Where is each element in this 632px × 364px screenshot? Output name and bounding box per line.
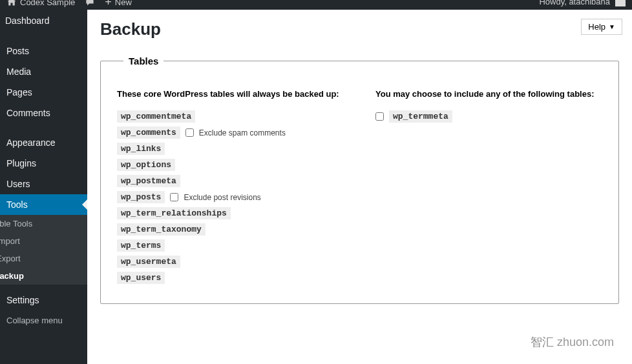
avatar[interactable] (615, 0, 626, 6)
help-button[interactable]: Help ▼ (581, 19, 622, 35)
table-name: wp_comments (117, 126, 180, 139)
core-tables-heading: These core WordPress tables will always … (117, 89, 356, 99)
howdy-text[interactable]: Howdy, atachibana (539, 0, 610, 6)
site-name: Codex Sample (20, 0, 75, 7)
admin-sidebar: Dashboard Posts Media Pages Comments App… (0, 10, 87, 364)
table-row: wp_usermeta (117, 256, 356, 268)
sidebar-sub-backup[interactable]: Backup (0, 267, 87, 285)
help-label: Help (588, 22, 606, 32)
table-name: wp_users (117, 272, 165, 284)
table-name: wp_term_relationships (117, 207, 231, 219)
sidebar-item-dashboard[interactable]: Dashboard (0, 10, 87, 32)
table-row: wp_users (117, 272, 356, 284)
exclude-revisions-label: Exclude post revisions (184, 193, 260, 202)
sidebar-item-media[interactable]: Media (0, 61, 87, 82)
table-name: wp_posts (117, 191, 165, 203)
table-row: wp_commentmeta (117, 110, 356, 123)
page-title: Backup (100, 19, 619, 39)
table-row: wp_terms (117, 239, 356, 252)
comments-link[interactable] (85, 0, 95, 7)
fieldset-legend: Tables (123, 56, 163, 66)
sidebar-item-users[interactable]: Users (0, 174, 87, 194)
sidebar-item-pages[interactable]: Pages (0, 82, 87, 103)
tables-fieldset: Tables These core WordPress tables will … (100, 56, 619, 304)
chevron-down-icon: ▼ (609, 23, 615, 30)
main-content: Help ▼ Backup Tables These core WordPres… (87, 10, 632, 364)
exclude-revisions-checkbox[interactable] (170, 193, 178, 201)
sidebar-sub-import[interactable]: Import (0, 232, 87, 250)
collapse-menu[interactable]: Collapse menu (0, 310, 87, 330)
watermark: 智汇 zhuon.com (531, 334, 614, 350)
sidebar-sub-export[interactable]: Export (0, 250, 87, 267)
sidebar-item-settings[interactable]: Settings (0, 290, 87, 310)
exclude-spam-label: Exclude spam comments (199, 128, 286, 137)
optional-tables-heading: You may choose to include any of the fol… (375, 89, 602, 99)
optional-tables-list: wp_termmeta (375, 110, 602, 123)
table-name: wp_term_taxonomy (117, 223, 205, 236)
comment-icon (85, 0, 95, 7)
table-name: wp_postmeta (117, 175, 180, 187)
table-name: wp_commentmeta (117, 110, 195, 123)
table-name: wp_termmeta (389, 110, 452, 123)
home-icon (6, 0, 17, 7)
new-link[interactable]: + New (105, 0, 132, 8)
table-name: wp_terms (117, 239, 165, 252)
sidebar-item-tools[interactable]: Tools (0, 194, 87, 215)
table-row: wp_termmeta (375, 110, 602, 123)
sidebar-item-plugins[interactable]: Plugins (0, 153, 87, 174)
table-row: wp_options (117, 159, 356, 171)
table-row: wp_comments Exclude spam comments (117, 126, 356, 139)
sidebar-item-appearance[interactable]: Appearance (0, 132, 87, 153)
new-label: New (115, 0, 132, 7)
sidebar-item-comments[interactable]: Comments (0, 103, 87, 123)
sidebar-item-posts[interactable]: Posts (0, 41, 87, 61)
table-row: wp_links (117, 143, 356, 155)
table-row: wp_term_taxonomy (117, 223, 356, 236)
table-name: wp_usermeta (117, 256, 180, 268)
table-row: wp_term_relationships (117, 207, 356, 219)
plus-icon: + (105, 0, 112, 8)
exclude-spam-checkbox[interactable] (185, 128, 194, 137)
include-termmeta-checkbox[interactable] (375, 112, 384, 121)
table-row: wp_postmeta (117, 175, 356, 187)
table-name: wp_links (117, 143, 165, 155)
core-tables-list: wp_commentmeta wp_comments Exclude spam … (117, 110, 356, 284)
table-name: wp_options (117, 159, 175, 171)
table-row: wp_posts Exclude post revisions (117, 191, 356, 203)
site-link[interactable]: Codex Sample (6, 0, 75, 7)
sidebar-sub-available-tools[interactable]: Available Tools (0, 215, 87, 232)
